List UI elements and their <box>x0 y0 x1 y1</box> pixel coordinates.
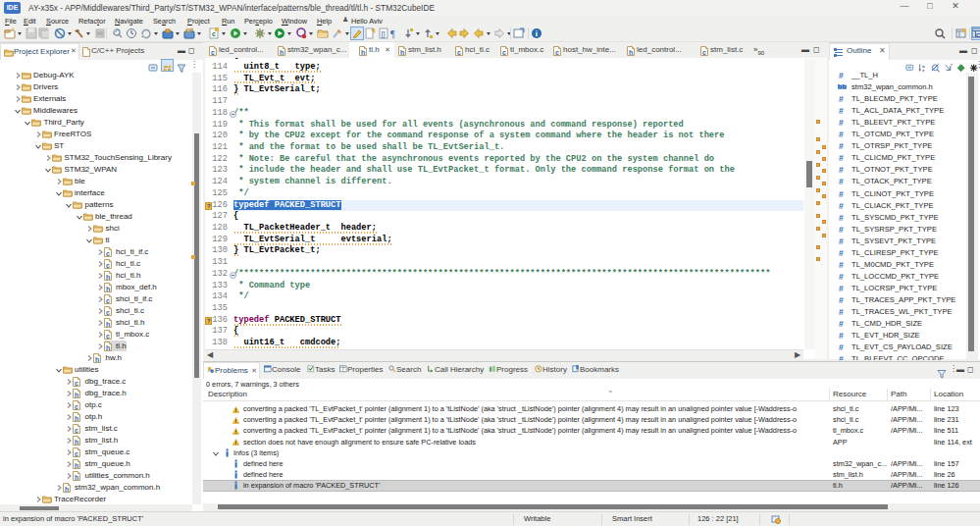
svg-text:h: h <box>280 49 284 56</box>
svg-text:c: c <box>75 450 78 457</box>
svg-text:h: h <box>75 462 78 469</box>
svg-text:c: c <box>457 49 461 56</box>
svg-text:h: h <box>106 274 110 281</box>
svg-text:[]: [] <box>382 29 386 38</box>
svg-text:c: c <box>106 297 110 304</box>
svg-text:h: h <box>75 474 78 481</box>
svg-text:C: C <box>976 32 980 38</box>
svg-text:h: h <box>65 486 69 493</box>
svg-text:c: c <box>106 309 110 316</box>
svg-text:h: h <box>106 286 110 292</box>
svg-text:h: h <box>75 439 78 446</box>
svg-text:h: h <box>95 356 99 363</box>
svg-text:h: h <box>361 49 365 56</box>
svg-text:c: c <box>702 49 706 56</box>
svg-text:c: c <box>75 427 78 434</box>
svg-text:c: c <box>212 30 216 37</box>
svg-text:c: c <box>106 333 110 340</box>
svg-text:c: c <box>75 403 78 410</box>
svg-text:h: h <box>75 392 78 398</box>
svg-text:c: c <box>502 49 506 56</box>
svg-text:h: h <box>106 321 110 328</box>
svg-text:h: h <box>400 49 404 56</box>
svg-text:c: c <box>211 49 215 56</box>
svg-text:c: c <box>106 262 110 269</box>
svg-text:h: h <box>75 415 78 422</box>
svg-text:¶: ¶ <box>390 28 395 39</box>
svg-text:c: c <box>106 250 110 257</box>
svg-text:h: h <box>629 49 633 56</box>
svg-text:h: h <box>106 344 110 351</box>
svg-text:c: c <box>75 380 78 387</box>
svg-text:c: c <box>555 49 559 56</box>
